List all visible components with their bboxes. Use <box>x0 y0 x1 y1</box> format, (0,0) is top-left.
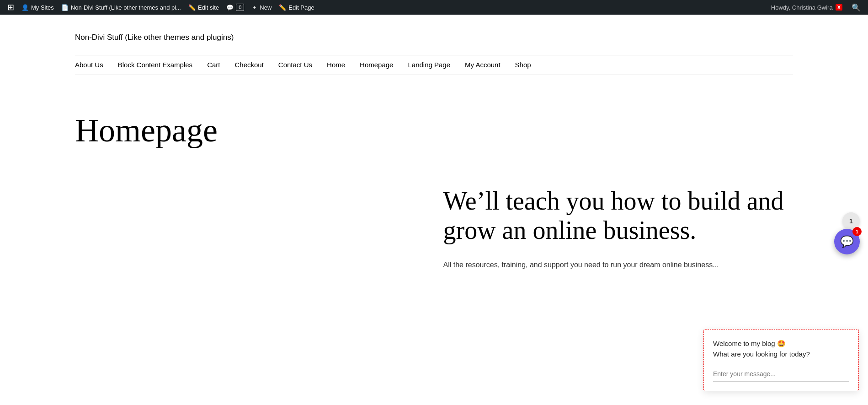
site-title[interactable]: Non-Divi Stuff (Like other themes and pl… <box>75 33 793 42</box>
nav-item-landing-page[interactable]: Landing Page <box>408 61 450 69</box>
new-label: New <box>260 4 272 11</box>
hero-section: We’ll teach you how to build and grow an… <box>75 186 793 270</box>
nav-link-block-content[interactable]: Block Content Examples <box>118 61 192 69</box>
site-icon: 📄 <box>61 4 69 11</box>
nav-item-homepage[interactable]: Homepage <box>360 61 393 69</box>
howdy-section[interactable]: Howdy, Christina Gwira X <box>767 4 846 11</box>
my-sites-icon: 👤 <box>21 4 29 11</box>
comment-count-badge: 0 <box>236 4 244 11</box>
search-icon[interactable]: 🔍 <box>848 3 864 12</box>
nav-item-about-us[interactable]: About Us <box>75 61 103 69</box>
nav-item-home[interactable]: Home <box>327 61 345 69</box>
site-navigation: About Us Block Content Examples Cart Che… <box>75 55 793 75</box>
hero-text: All the resources, training, and support… <box>443 259 793 271</box>
nav-link-landing-page[interactable]: Landing Page <box>408 61 450 69</box>
nav-link-contact-us[interactable]: Contact Us <box>278 61 312 69</box>
chat-bubble-icon: 💬 <box>840 235 854 248</box>
site-header: Non-Divi Stuff (Like other themes and pl… <box>0 15 868 84</box>
comments-item[interactable]: 💬 0 <box>223 0 248 15</box>
nav-item-shop[interactable]: Shop <box>515 61 531 69</box>
hero-right: We’ll teach you how to build and grow an… <box>425 186 793 270</box>
edit-site-icon: ✏️ <box>188 4 196 11</box>
nav-link-checkout[interactable]: Checkout <box>234 61 263 69</box>
hero-heading: We’ll teach you how to build and grow an… <box>443 186 793 245</box>
x-icon: X <box>836 4 842 11</box>
nav-link-homepage[interactable]: Homepage <box>360 61 393 69</box>
site-main: Homepage We’ll teach you how to build an… <box>0 84 868 289</box>
admin-bar-right: Howdy, Christina Gwira X 🔍 <box>767 3 864 12</box>
nav-item-cart[interactable]: Cart <box>207 61 220 69</box>
nav-link-about-us[interactable]: About Us <box>75 61 103 69</box>
plus-icon: ＋ <box>251 3 257 11</box>
new-content-item[interactable]: ＋ New <box>248 0 275 15</box>
nav-item-block-content[interactable]: Block Content Examples <box>118 61 192 69</box>
wp-logo-item[interactable]: ⊞ <box>4 0 18 15</box>
wp-logo-icon: ⊞ <box>7 2 14 12</box>
edit-page-item[interactable]: ✏️ Edit Page <box>275 0 318 15</box>
edit-site-label: Edit site <box>198 4 219 11</box>
chat-widget[interactable]: 💬 1 <box>834 229 860 254</box>
page-title: Homepage <box>75 112 793 150</box>
nav-link-cart[interactable]: Cart <box>207 61 220 69</box>
nav-item-contact-us[interactable]: Contact Us <box>278 61 312 69</box>
my-sites-label: My Sites <box>31 4 54 11</box>
edit-page-icon: ✏️ <box>279 4 286 11</box>
site-name-item[interactable]: 📄 Non-Divi Stuff (Like other themes and … <box>58 0 185 15</box>
chat-bubble-button[interactable]: 💬 1 <box>834 229 860 254</box>
nav-link-shop[interactable]: Shop <box>515 61 531 69</box>
site-name-label: Non-Divi Stuff (Like other themes and pl… <box>71 4 181 11</box>
howdy-text: Howdy, Christina Gwira <box>771 4 833 11</box>
edit-site-item[interactable]: ✏️ Edit site <box>185 0 223 15</box>
nav-link-my-account[interactable]: My Account <box>465 61 501 69</box>
wp-admin-bar: ⊞ 👤 My Sites 📄 Non-Divi Stuff (Like othe… <box>0 0 868 15</box>
notification-number: 1 <box>849 217 853 225</box>
nav-item-checkout[interactable]: Checkout <box>234 61 263 69</box>
edit-page-label: Edit Page <box>288 4 314 11</box>
nav-item-my-account[interactable]: My Account <box>465 61 501 69</box>
comments-icon: 💬 <box>226 4 234 11</box>
nav-link-home[interactable]: Home <box>327 61 345 69</box>
chat-badge: 1 <box>852 227 862 236</box>
nav-menu: About Us Block Content Examples Cart Che… <box>75 61 793 69</box>
my-sites-item[interactable]: 👤 My Sites <box>18 0 58 15</box>
